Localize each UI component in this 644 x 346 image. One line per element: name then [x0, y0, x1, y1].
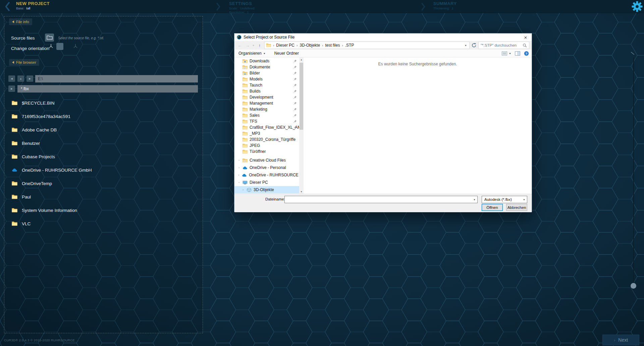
breadcrumb-segment[interactable]: .STP: [345, 43, 354, 48]
browser-forward-button[interactable]: ▶: [26, 75, 33, 82]
file-name: Cubase Projects: [22, 154, 55, 159]
step-detail: Scale:Undefined: [229, 6, 255, 10]
file-browser-item[interactable]: 7169f53ce478a34ac591: [4, 110, 203, 123]
close-icon[interactable]: ×: [520, 34, 532, 41]
breadcrumb-segment[interactable]: Dieser PC: [276, 43, 294, 48]
file-browser-item[interactable]: Benutzer: [4, 136, 203, 150]
sidebar-item[interactable]: Sales: [234, 112, 299, 118]
refresh-icon[interactable]: [471, 43, 477, 48]
breadcrumb-dropdown-icon[interactable]: ▼: [465, 44, 468, 47]
history-dropdown-icon[interactable]: ▼: [252, 44, 255, 47]
filename-combo[interactable]: ▼: [284, 196, 478, 203]
path-input[interactable]: E:\: [35, 75, 198, 82]
file-browser-item[interactable]: OneDriveTemp: [4, 177, 203, 190]
scroll-up-icon[interactable]: ▲: [299, 57, 304, 62]
chevron-down-icon[interactable]: ▼: [472, 196, 477, 203]
sidebar-item[interactable]: JPEG: [234, 142, 299, 149]
nav-back-icon[interactable]: ←: [237, 43, 243, 48]
dialog-title-bar[interactable]: Select Project or Source File ×: [234, 34, 532, 41]
sidebar-item[interactable]: Builds: [234, 88, 299, 94]
expander-icon[interactable]: ›: [241, 188, 245, 191]
nav-up-icon[interactable]: ↑: [257, 43, 263, 48]
file-info-panel: File info Source files Select the source…: [4, 16, 203, 333]
file-results-area[interactable]: Es wurden keine Suchergebnisse gefunden.: [304, 57, 532, 194]
filename-input[interactable]: [285, 196, 472, 203]
step-title: NEW PROJECT: [16, 1, 50, 6]
expander-icon[interactable]: ›: [237, 166, 240, 169]
sidebar-item[interactable]: Tausch: [234, 82, 299, 88]
zoom-slider-handle[interactable]: [631, 283, 636, 289]
zoom-slider-track[interactable]: [633, 58, 634, 288]
sidebar-item[interactable]: ›Dieser PC: [234, 179, 299, 186]
orientation-button[interactable]: [56, 43, 63, 50]
file-browser-item[interactable]: Cubase Projects: [4, 150, 203, 163]
expander-icon[interactable]: ›: [237, 159, 240, 162]
file-info-section-header[interactable]: File info: [9, 18, 32, 25]
list-view-icon: [502, 51, 507, 56]
file-browser-item[interactable]: System Volume Information: [4, 204, 203, 217]
nav-pane-scrollbar[interactable]: ▲ ▼: [299, 57, 304, 194]
file-browser-item[interactable]: $RECYCLE.BIN: [4, 96, 203, 110]
breadcrumb[interactable]: ›Dieser PC›3D-Objekte›test files›.STP ▼: [264, 42, 470, 49]
browse-source-button[interactable]: [45, 34, 54, 42]
file-browser-item[interactable]: Paul: [4, 190, 203, 204]
chevron-right-icon: [216, 2, 220, 11]
sidebar-item[interactable]: CrafBot_Flow_IDEX_XL_AME: [234, 124, 299, 130]
chevron-right-icon: ›: [294, 44, 300, 47]
gear-icon[interactable]: [631, 1, 643, 12]
next-button[interactable]: › Next: [602, 335, 639, 345]
file-browser-item[interactable]: VLC: [4, 217, 203, 230]
new-folder-button[interactable]: Neuer Ordner: [274, 51, 299, 56]
folder-icon: [243, 131, 248, 136]
wizard-step-new-project[interactable]: NEW PROJECT Base:tall: [16, 1, 50, 10]
scrollbar-thumb[interactable]: [300, 63, 303, 130]
back-chevron-icon[interactable]: [5, 2, 10, 11]
sidebar-item[interactable]: TFS: [234, 118, 299, 124]
preview-pane-icon[interactable]: [515, 51, 520, 56]
breadcrumb-segment[interactable]: test files: [325, 43, 340, 48]
sidebar-item-label: OneDrive - RUHRSOURCE GmbH: [249, 173, 299, 177]
organize-menu[interactable]: Organisieren ▼: [238, 51, 266, 56]
file-browser-item[interactable]: OneDrive - RUHRSOURCE GmbH: [4, 163, 203, 177]
browser-up-button[interactable]: ▲: [17, 75, 24, 82]
open-button[interactable]: Öffnen: [482, 204, 503, 211]
sidebar-item[interactable]: Management: [234, 100, 299, 106]
sidebar-item[interactable]: Models: [234, 76, 299, 82]
change-view-button[interactable]: ▼: [502, 51, 511, 56]
sidebar-item[interactable]: 200320_Corona_Türgriffe: [234, 136, 299, 142]
filetype-select[interactable]: Autodesk (*.fbx) ▼: [482, 196, 527, 203]
help-icon[interactable]: ?: [524, 51, 529, 56]
sidebar-item[interactable]: ›OneDrive - RUHRSOURCE GmbH: [234, 171, 299, 179]
file-browser-section-header[interactable]: File browser: [9, 59, 39, 66]
sidebar-item[interactable]: ›Creative Cloud Files: [234, 157, 299, 164]
browser-back-button[interactable]: ◀: [8, 75, 15, 82]
sidebar-item[interactable]: ›OneDrive - Personal: [234, 164, 299, 171]
pin-icon: [293, 114, 297, 117]
file-browser-item[interactable]: Adobe Cache DB: [4, 123, 203, 136]
breadcrumb-segment[interactable]: 3D-Objekte: [300, 43, 320, 48]
chevron-right-icon: ›: [320, 44, 325, 47]
folder-icon: [243, 101, 248, 106]
expander-icon[interactable]: ›: [237, 173, 240, 177]
sidebar-item[interactable]: Downloads: [234, 58, 299, 64]
wizard-step-settings[interactable]: SETTINGS Scale:Undefined Resolution:1: [229, 1, 255, 14]
sidebar-item-label: Models: [250, 77, 263, 81]
places-list: ›Creative Cloud Files›OneDrive - Persona…: [234, 157, 299, 193]
cancel-button[interactable]: Abbrechen: [506, 204, 527, 211]
sidebar-item[interactable]: Bilder: [234, 70, 299, 76]
sidebar-item[interactable]: Development: [234, 94, 299, 100]
scroll-down-icon[interactable]: ▼: [299, 189, 304, 194]
expander-icon[interactable]: ›: [237, 181, 241, 184]
filter-expand-button[interactable]: ▶: [8, 85, 15, 92]
sidebar-item[interactable]: _MP3: [234, 130, 299, 136]
sidebar-item[interactable]: Marketing: [234, 106, 299, 112]
search-input[interactable]: "*.STP" durchsuchen: [478, 42, 529, 49]
orientation-axes-icon[interactable]: [48, 43, 54, 49]
sidebar-item-label: Tausch: [250, 83, 262, 88]
sidebar-item[interactable]: Dokumente: [234, 64, 299, 70]
sidebar-item[interactable]: Türöffner: [234, 149, 299, 155]
wizard-step-summary[interactable]: SUMMARY Thickening:1: [433, 1, 457, 10]
sidebar-item[interactable]: ›3D-Objekte: [234, 186, 299, 193]
nav-forward-icon[interactable]: →: [245, 43, 251, 48]
filter-input[interactable]: *.fbx: [17, 85, 198, 93]
